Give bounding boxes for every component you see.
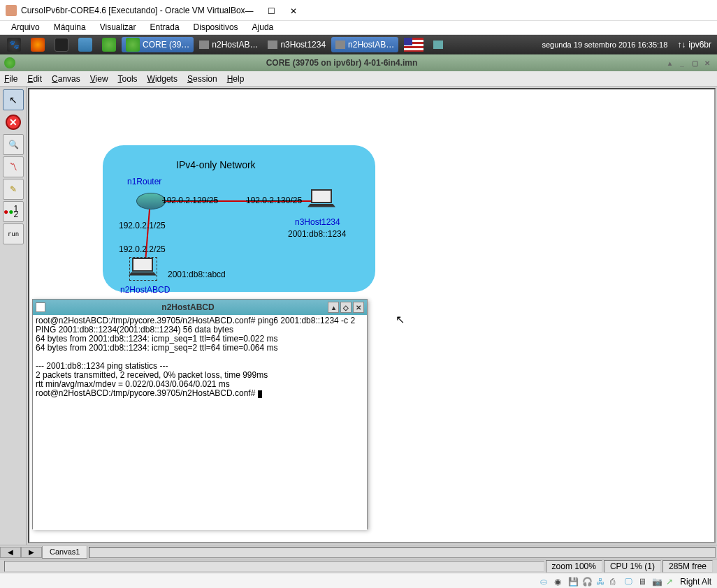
tool-chart[interactable]: 〽 (3, 156, 24, 177)
cloud-title: IPv4-only Network (176, 159, 256, 170)
status-zoom: zoom 100% (546, 560, 602, 573)
vb-audio-icon[interactable]: 🎧 (582, 577, 592, 587)
window-icon (199, 41, 209, 49)
vb-usb-icon[interactable]: ⎙ (610, 577, 620, 587)
firefox-launcher[interactable] (27, 37, 49, 52)
menu-view[interactable]: View (90, 74, 108, 84)
window-icon (268, 41, 277, 49)
n3-ipv6: 2001:db8::1234 (288, 229, 346, 239)
core-workspace: ↖ ✕ 🔍 〽 ✎ ●●1 2 run IPv4-only Network n1… (0, 87, 717, 545)
terminal-cursor (258, 390, 262, 398)
menu-widgets[interactable]: Widgets (147, 74, 178, 84)
term-line: 64 bytes from 2001:db8::1234: icmp_seq=1… (36, 334, 278, 344)
tool-stop[interactable]: ✕ (6, 115, 21, 130)
tab-scroll-right[interactable]: ▶ (21, 547, 42, 558)
horizontal-scrollbar[interactable] (89, 547, 716, 558)
term-line: root@n2HostABCD:/tmp/pycore.39705/n2Host… (36, 388, 258, 398)
ip-router-right: 192.0.2.130/25 (246, 196, 302, 205)
task-label: CORE (39… (143, 40, 189, 50)
tool-zoom[interactable]: 🔍 (3, 134, 24, 155)
terminal-output[interactable]: root@n2HostABCD:/tmp/pycore.39705/n2Host… (33, 315, 367, 530)
core-close-button[interactable]: ✕ (702, 57, 713, 68)
term-close-button[interactable]: ✕ (353, 302, 364, 313)
minimize-button[interactable]: — (245, 6, 254, 15)
vb-display-icon[interactable]: 🖥 (638, 577, 648, 587)
vb-shared-icon[interactable]: 🖵 (624, 577, 634, 587)
core-menubar: File Edit Canvas View Tools Widgets Sess… (0, 71, 717, 87)
magnifier-icon: 🔍 (8, 140, 19, 149)
tab-scroll-left[interactable]: ◀ (0, 547, 21, 558)
ip-down1: 192.0.2.1/25 (119, 221, 166, 230)
tool-marker[interactable]: ✎ (3, 179, 24, 200)
vbox-statusbar: ⛀ ◉ 💾 🎧 🖧 ⎙ 🖵 🖥 📷 ↗ Right Alt (0, 573, 717, 588)
tool-run[interactable]: run (3, 223, 24, 244)
task-n2host-1[interactable]: n2HostAB… (195, 37, 262, 52)
vb-capture-icon[interactable]: 📷 (652, 577, 662, 587)
network-updown-icon: ↑↓ (677, 40, 686, 50)
vbox-menu-visualizar[interactable]: Visualizar (100, 22, 136, 33)
menu-help[interactable]: Help (227, 74, 245, 84)
close-button[interactable]: ✕ (290, 6, 298, 15)
maximize-button[interactable]: ☐ (268, 6, 276, 15)
vbox-menu-arquivo[interactable]: Arquivo (11, 22, 40, 33)
vbox-menu-maquina[interactable]: Máquina (54, 22, 86, 33)
term-rollup-button[interactable]: ▴ (328, 302, 339, 313)
vbox-menu-dispositivos[interactable]: Dispositivos (194, 22, 238, 33)
vbox-titlebar: CursoIPv6br-CORE4.6 [Executando] - Oracl… (0, 0, 717, 21)
tool-select[interactable]: ↖ (3, 89, 24, 110)
vbox-menu-ajuda[interactable]: Ajuda (252, 22, 274, 33)
core-title-text: CORE (39705 on ipv6br) 4-01-6in4.imn (20, 58, 664, 68)
task-label: n2HostAB… (348, 40, 394, 50)
vbox-menu-entrada[interactable]: Entrada (150, 22, 180, 33)
guest-taskbar: 🐾 CORE (39… n2HostAB… n3Host1234 n2HostA… (0, 35, 717, 54)
core-icon (126, 38, 140, 52)
terminal-window[interactable]: n2HostABCD ▴ ◇ ✕ root@n2HostABCD:/tmp/py… (32, 299, 368, 529)
term-line: rtt min/avg/max/mdev = 0.022/0.043/0.064… (36, 379, 230, 389)
terminal-titlebar[interactable]: n2HostABCD ▴ ◇ ✕ (33, 300, 367, 315)
n2-label: n2HostABCD (120, 285, 170, 295)
menu-canvas[interactable]: Canvas (52, 74, 80, 84)
terminal-icon (55, 38, 68, 52)
terminal-launcher[interactable] (50, 37, 73, 52)
tool-twonode[interactable]: ●●1 2 (3, 201, 24, 222)
tray-item[interactable] (429, 37, 447, 52)
menu-session[interactable]: Session (187, 74, 217, 84)
node-n1-router[interactable] (136, 193, 166, 210)
vb-floppy-icon[interactable]: 💾 (568, 577, 578, 587)
core-minimize-button[interactable]: _ (676, 57, 688, 68)
clock[interactable]: segunda 19 setembro 2016 16:35:18 (537, 41, 674, 49)
firefox-icon (31, 38, 45, 52)
task-n2host-2[interactable]: n2HostAB… (331, 37, 398, 52)
canvas-tab[interactable]: Canvas1 (42, 546, 87, 559)
vb-cd-icon[interactable]: ◉ (554, 577, 564, 587)
tray-icon (433, 41, 443, 49)
vb-hostkey: Right Alt (680, 577, 711, 587)
task-core[interactable]: CORE (39… (122, 37, 194, 52)
term-maximize-button[interactable]: ◇ (340, 302, 352, 313)
core-canvas[interactable]: IPv4-only Network n1Router 192.0.2.129/2… (28, 88, 716, 543)
xfce-menu-button[interactable]: 🐾 (3, 37, 25, 52)
menu-edit[interactable]: Edit (27, 74, 42, 84)
term-line: root@n2HostABCD:/tmp/pycore.39705/n2Host… (36, 316, 355, 325)
core-maximize-button[interactable]: ▢ (689, 57, 700, 68)
vb-hdd-icon[interactable]: ⛀ (540, 577, 550, 587)
keyboard-layout[interactable] (400, 37, 428, 52)
vb-net-icon[interactable]: 🖧 (596, 577, 606, 587)
vbox-menubar: Arquivo Máquina Visualizar Entrada Dispo… (0, 21, 717, 35)
network-indicator[interactable]: ↑↓ipv6br (674, 40, 714, 50)
us-flag-icon (404, 38, 423, 52)
menu-file[interactable]: File (4, 74, 17, 84)
mouse-cursor-icon: ↖ (396, 313, 405, 326)
core-rollup-button[interactable]: ▴ (664, 57, 675, 68)
wireshark-launcher[interactable] (74, 37, 96, 52)
wireshark-icon (78, 38, 92, 52)
node-n2-host[interactable] (129, 257, 157, 281)
task-n3host[interactable]: n3Host1234 (263, 37, 330, 52)
core-launcher[interactable] (98, 37, 120, 52)
chart-icon: 〽 (9, 162, 17, 172)
status-mem: 285M free (662, 560, 713, 573)
menu-tools[interactable]: Tools (118, 74, 138, 84)
node-n3-host[interactable] (309, 189, 334, 210)
term-line: PING 2001:db8::1234(2001:db8::1234) 56 d… (36, 325, 233, 335)
vb-mouse-icon[interactable]: ↗ (666, 577, 676, 587)
